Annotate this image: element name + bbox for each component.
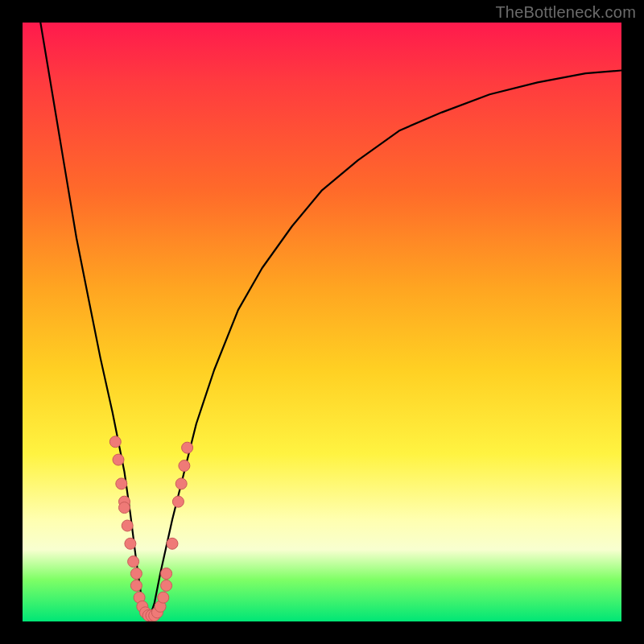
curve-marker: [109, 436, 121, 448]
curve-marker: [128, 556, 139, 568]
curve-marker: [179, 460, 190, 472]
plot-area: [23, 23, 621, 621]
curve-markers: [109, 436, 192, 621]
curve-marker: [119, 502, 130, 514]
curve-marker: [182, 442, 193, 453]
curve-marker: [158, 592, 169, 603]
watermark-text: TheBottleneck.com: [495, 3, 636, 22]
curve-marker: [122, 520, 133, 531]
curve-marker: [175, 478, 187, 489]
chart-frame: TheBottleneck.com: [0, 0, 644, 644]
curve-marker: [113, 454, 124, 465]
curve-marker: [116, 478, 127, 489]
curve-marker: [130, 580, 142, 591]
curve-marker: [172, 496, 184, 507]
curve-marker: [125, 538, 136, 549]
curve-marker: [130, 568, 142, 580]
curve-marker: [167, 538, 178, 549]
curve-marker: [161, 580, 172, 591]
curve-marker: [161, 568, 172, 580]
chart-overlay: [23, 23, 621, 621]
